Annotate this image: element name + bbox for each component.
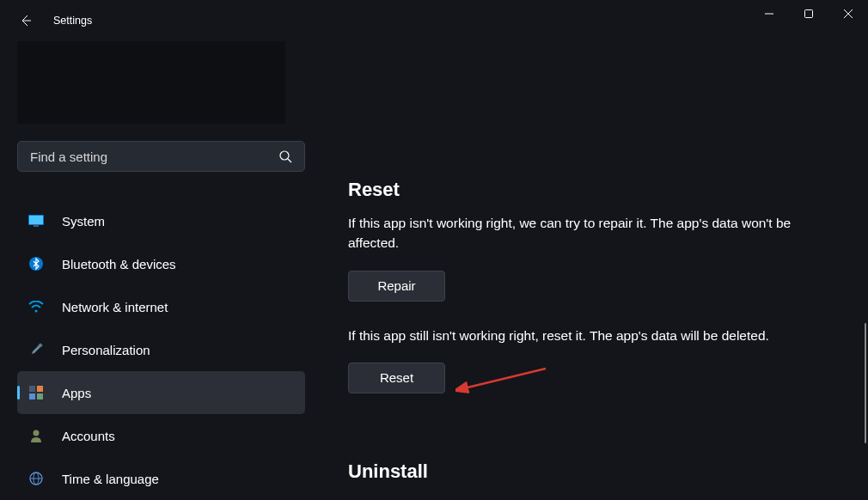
bluetooth-icon xyxy=(28,255,45,272)
nav-label: Apps xyxy=(62,386,91,400)
profile-block xyxy=(17,41,285,124)
globe-icon xyxy=(28,470,45,487)
nav-item-bluetooth[interactable]: Bluetooth & devices xyxy=(17,242,305,285)
nav-label: System xyxy=(62,214,105,229)
nav-item-personalization[interactable]: Personalization xyxy=(17,328,305,371)
svg-rect-13 xyxy=(37,386,43,392)
content-area: Reset If this app isn't working right, w… xyxy=(322,41,868,500)
svg-line-5 xyxy=(288,159,291,162)
scrollbar[interactable] xyxy=(865,323,866,443)
window-controls xyxy=(749,0,868,27)
svg-rect-15 xyxy=(37,393,43,399)
nav-label: Time & language xyxy=(62,472,159,486)
reset-description: If this app still isn't working right, r… xyxy=(348,326,842,345)
wifi-icon xyxy=(28,298,45,315)
nav-label: Network & internet xyxy=(62,300,168,314)
nav-list: System Bluetooth & devices Network & int… xyxy=(17,199,305,500)
svg-point-4 xyxy=(280,151,289,160)
monitor-icon xyxy=(28,212,45,229)
nav-item-time-language[interactable]: Time & language xyxy=(17,457,305,500)
svg-rect-7 xyxy=(29,216,43,224)
svg-rect-8 xyxy=(34,225,39,227)
svg-rect-1 xyxy=(805,10,813,18)
nav-label: Personalization xyxy=(62,343,150,357)
nav-label: Bluetooth & devices xyxy=(62,257,176,271)
search-input[interactable] xyxy=(30,149,279,164)
title-bar: Settings xyxy=(0,0,868,41)
nav-label: Accounts xyxy=(62,429,115,443)
brush-icon xyxy=(28,341,45,358)
window-title: Settings xyxy=(53,15,92,27)
person-icon xyxy=(28,427,45,444)
uninstall-heading: Uninstall xyxy=(348,460,842,483)
nav-item-system[interactable]: System xyxy=(17,199,305,242)
svg-rect-14 xyxy=(29,393,35,399)
close-button[interactable] xyxy=(828,0,868,27)
nav-item-network[interactable]: Network & internet xyxy=(17,285,305,328)
search-box[interactable] xyxy=(17,141,305,172)
maximize-button[interactable] xyxy=(789,0,828,27)
nav-item-accounts[interactable]: Accounts xyxy=(17,414,305,457)
sidebar: System Bluetooth & devices Network & int… xyxy=(0,41,322,500)
repair-description: If this app isn't working right, we can … xyxy=(348,213,829,253)
svg-point-16 xyxy=(34,430,40,436)
nav-item-apps[interactable]: Apps xyxy=(17,371,305,414)
svg-point-10 xyxy=(35,310,38,313)
reset-heading: Reset xyxy=(348,179,842,201)
svg-rect-12 xyxy=(29,386,35,392)
search-icon xyxy=(279,150,292,163)
apps-icon xyxy=(28,384,45,401)
minimize-button[interactable] xyxy=(749,0,789,27)
reset-button[interactable]: Reset xyxy=(348,363,445,393)
repair-button[interactable]: Repair xyxy=(348,271,445,302)
back-button[interactable] xyxy=(17,12,34,29)
